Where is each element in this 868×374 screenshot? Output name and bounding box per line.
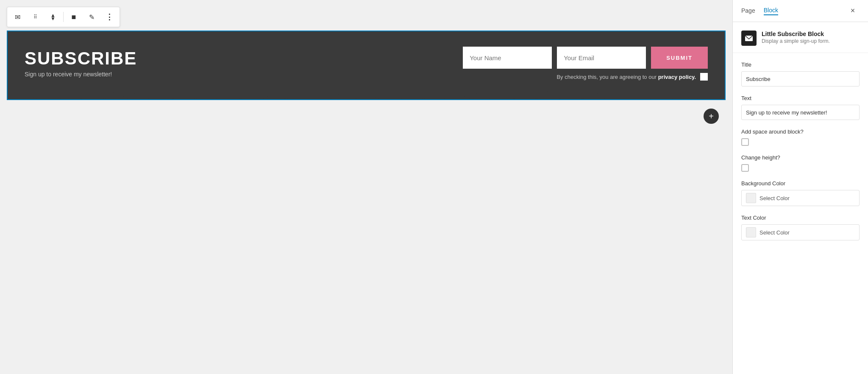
block-name-label: Little Subscribe Block: [762, 31, 830, 37]
drag-icon: ⠿: [33, 14, 37, 20]
toolbar-divider: [63, 12, 64, 22]
tab-page[interactable]: Page: [741, 7, 755, 15]
change-height-checkbox[interactable]: [741, 164, 749, 172]
editor-area: ✉ ⠿ ▲▼ ■ ✎ ⋮ SUBSCRIBE: [0, 0, 732, 374]
edit-button[interactable]: ✎: [83, 8, 100, 25]
text-color-select-label: Select Color: [760, 229, 790, 236]
add-space-field-group: Add space around block?: [741, 128, 860, 146]
title-field-label: Title: [741, 61, 860, 68]
add-block-button[interactable]: +: [704, 109, 719, 124]
add-space-label: Add space around block?: [741, 128, 860, 135]
sidebar-close-button[interactable]: ×: [846, 4, 860, 18]
sidebar-header: Page Block ×: [733, 0, 868, 22]
drag-handle-button[interactable]: ⠿: [27, 8, 44, 25]
policy-link[interactable]: privacy policy.: [658, 74, 696, 80]
bg-color-select-label: Select Color: [760, 195, 790, 201]
subscribe-content: SUBSCRIBE Sign up to receive my newslett…: [25, 47, 708, 89]
bg-color-select-button[interactable]: Select Color: [741, 190, 860, 206]
subscribe-form-area: SUBMIT By checking this, you are agreein…: [145, 47, 708, 81]
change-height-field-group: Change height?: [741, 154, 860, 172]
subscribe-title: SUBSCRIBE: [25, 50, 137, 67]
text-field-label: Text: [741, 95, 860, 101]
submit-button[interactable]: SUBMIT: [651, 47, 708, 69]
sidebar-fields: Title Text Add space around block? Chang…: [733, 53, 868, 249]
block-type-button[interactable]: ■: [65, 8, 82, 25]
chevron-updown-icon: ▲▼: [50, 14, 56, 21]
text-field-input[interactable]: [741, 105, 860, 120]
block-description-label: Display a simple sign-up form.: [762, 38, 830, 44]
bg-color-label: Background Color: [741, 180, 860, 187]
sidebar-tabs: Page Block: [741, 7, 846, 15]
subscribe-subtitle: Sign up to receive my newsletter!: [25, 71, 137, 78]
zigzag-decoration: [25, 91, 708, 99]
policy-checkbox[interactable]: [700, 73, 708, 81]
subscribe-block: SUBSCRIBE Sign up to receive my newslett…: [8, 31, 725, 99]
title-field-group: Title: [741, 61, 860, 87]
tab-block[interactable]: Block: [764, 7, 778, 15]
text-color-select-button[interactable]: Select Color: [741, 224, 860, 240]
email-icon: ✉: [15, 13, 20, 21]
mail-icon: [745, 34, 753, 42]
title-field-input[interactable]: [741, 71, 860, 87]
block-type-icon: [741, 31, 757, 46]
sidebar-panel: Page Block × Little Subscribe Block Disp…: [732, 0, 868, 374]
bg-color-swatch: [746, 193, 756, 203]
bg-color-field-group: Background Color Select Color: [741, 180, 860, 206]
subscribe-block-wrapper: SUBSCRIBE Sign up to receive my newslett…: [7, 31, 726, 100]
text-color-swatch: [746, 227, 756, 237]
text-color-label: Text Color: [741, 215, 860, 221]
subscribe-title-area: SUBSCRIBE Sign up to receive my newslett…: [25, 50, 137, 78]
pencil-icon: ✎: [89, 13, 95, 21]
add-space-checkbox-row: [741, 138, 860, 146]
text-color-field-group: Text Color Select Color: [741, 215, 860, 240]
more-options-button[interactable]: ⋮: [101, 8, 118, 25]
policy-row: By checking this, you are agreeing to ou…: [556, 73, 708, 81]
text-field-group: Text: [741, 95, 860, 120]
policy-text: By checking this, you are agreeing to ou…: [556, 74, 696, 80]
block-info-text: Little Subscribe Block Display a simple …: [762, 31, 830, 44]
subscribe-inputs: SUBMIT: [145, 47, 708, 69]
block-icon: ■: [72, 13, 76, 22]
more-icon: ⋮: [106, 12, 113, 22]
add-block-area: +: [0, 103, 732, 129]
block-toolbar: ✉ ⠿ ▲▼ ■ ✎ ⋮: [7, 7, 120, 27]
change-height-label: Change height?: [741, 154, 860, 161]
add-space-checkbox[interactable]: [741, 138, 749, 146]
change-height-checkbox-row: [741, 164, 860, 172]
email-icon-button[interactable]: ✉: [9, 8, 26, 25]
move-up-down-button[interactable]: ▲▼: [45, 8, 61, 25]
email-input[interactable]: [557, 47, 646, 69]
name-input[interactable]: [463, 47, 552, 69]
sidebar-block-info: Little Subscribe Block Display a simple …: [733, 22, 868, 53]
